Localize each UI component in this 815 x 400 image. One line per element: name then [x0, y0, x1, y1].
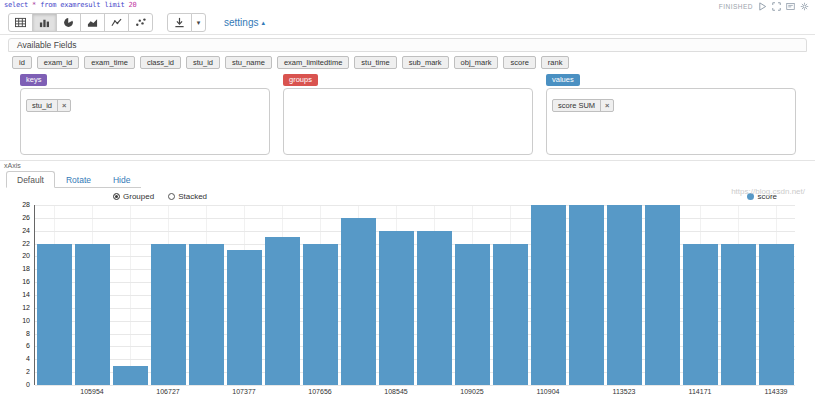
tab-hide[interactable]: Hide [102, 171, 141, 188]
available-fields-title: Available Fields [17, 40, 76, 50]
y-tick-label: 24 [0, 227, 30, 234]
y-tick-label: 10 [0, 317, 30, 324]
tab-rotate[interactable]: Rotate [55, 171, 102, 188]
field-chip[interactable]: obj_mark [454, 56, 499, 69]
gridline [35, 205, 795, 206]
x-tick-label: 107377 [225, 388, 263, 395]
x-tick-label: 110904 [529, 388, 567, 395]
x-tick-label: 114171 [681, 388, 719, 395]
keys-badge: keys [20, 74, 47, 86]
gridline [35, 231, 795, 232]
pivot-values-box[interactable]: score SUM× [546, 88, 796, 155]
y-tick-label: 12 [0, 304, 30, 311]
chart-tabs: DefaultRotateHide [6, 171, 141, 188]
bar[interactable] [189, 244, 224, 385]
line-chart-button[interactable] [104, 13, 129, 32]
y-tick-label: 8 [0, 330, 30, 337]
bar[interactable] [569, 205, 604, 385]
sql-editor[interactable]: select * from examresult limit 20 [4, 1, 137, 9]
bar[interactable] [303, 244, 338, 385]
gridline [35, 269, 795, 270]
field-chip[interactable]: stu_id [186, 56, 220, 69]
y-tick-label: 26 [0, 214, 30, 221]
gridline [35, 295, 795, 296]
x-tick-label: 108545 [377, 388, 415, 395]
remove-icon[interactable]: × [57, 100, 70, 111]
bar[interactable] [683, 244, 718, 385]
field-chip[interactable]: score [503, 56, 535, 69]
pie-chart-button[interactable] [56, 13, 81, 32]
bar-chart: 0246810121416182022242628105954106727107… [0, 200, 815, 398]
bar[interactable] [721, 244, 756, 385]
bar[interactable] [265, 237, 300, 385]
field-chip[interactable]: exam_limitedtime [277, 56, 349, 69]
expand-icon[interactable] [772, 2, 781, 11]
watermark: https://blog.csdn.net/ [731, 187, 805, 196]
bar[interactable] [531, 205, 566, 385]
bar[interactable] [417, 231, 452, 385]
bar[interactable] [341, 218, 376, 385]
field-chip[interactable]: sub_mark [402, 56, 449, 69]
table-chart-button[interactable] [8, 13, 33, 32]
y-tick-label: 16 [0, 278, 30, 285]
bar[interactable] [759, 244, 794, 385]
bar[interactable] [227, 250, 262, 385]
status-badge: FINISHED [719, 3, 753, 10]
available-fields-header: Available Fields [8, 38, 807, 52]
gridline [35, 334, 795, 335]
gridline [35, 359, 795, 360]
gear-icon[interactable] [800, 2, 809, 11]
bar[interactable] [379, 231, 414, 385]
toggle-editor-icon[interactable] [786, 2, 795, 11]
bar[interactable] [645, 205, 680, 385]
scatter-chart-button[interactable] [128, 13, 153, 32]
pivot-chip[interactable]: score SUM× [552, 99, 614, 112]
pivot-groups-box[interactable] [283, 88, 533, 155]
field-chip[interactable]: stu_name [225, 56, 272, 69]
bar[interactable] [37, 244, 72, 385]
area-chart-button[interactable] [80, 13, 105, 32]
pivot-chip[interactable]: stu_id× [26, 99, 71, 112]
field-chip[interactable]: id [12, 56, 32, 69]
settings-toggle[interactable]: settings▴ [224, 17, 265, 28]
download-caret-button[interactable]: ▾ [191, 13, 206, 32]
divider [0, 34, 815, 35]
field-chip[interactable]: exam_id [37, 56, 79, 69]
x-tick-label: 109025 [453, 388, 491, 395]
gridline [35, 244, 795, 245]
bar[interactable] [75, 244, 110, 385]
field-chip[interactable]: stu_time [354, 56, 396, 69]
x-tick-label: 105954 [73, 388, 111, 395]
y-tick-label: 18 [0, 265, 30, 272]
x-tick-label: 106727 [149, 388, 187, 395]
x-tick-label: 113523 [605, 388, 643, 395]
bar[interactable] [113, 366, 148, 385]
available-fields-list: idexam_idexam_timeclass_idstu_idstu_name… [12, 56, 569, 69]
bar[interactable] [151, 244, 186, 385]
y-tick-label: 14 [0, 291, 30, 298]
bar-chart-button[interactable] [32, 13, 57, 32]
y-axis-line [34, 205, 35, 385]
divider [0, 160, 815, 161]
field-chip[interactable]: exam_time [84, 56, 135, 69]
bar[interactable] [493, 244, 528, 385]
pivot-keys-box[interactable]: stu_id× [20, 88, 270, 155]
caret-down-icon: ▾ [197, 19, 201, 26]
bar[interactable] [607, 205, 642, 385]
download-button[interactable] [167, 13, 192, 32]
field-chip[interactable]: class_id [140, 56, 181, 69]
y-tick-label: 20 [0, 252, 30, 259]
field-chip[interactable]: rank [541, 56, 570, 69]
tab-default[interactable]: Default [6, 171, 55, 188]
radio-icon [168, 193, 175, 200]
gridline [35, 218, 795, 219]
bar[interactable] [455, 244, 490, 385]
remove-icon[interactable]: × [600, 100, 613, 111]
settings-label: settings [224, 17, 258, 28]
gridline [35, 308, 795, 309]
sql-number: 20 [128, 1, 136, 9]
y-tick-label: 0 [0, 381, 30, 388]
sql-keyword: limit [104, 1, 124, 9]
sql-star: * [32, 1, 36, 9]
run-icon[interactable] [758, 2, 767, 11]
